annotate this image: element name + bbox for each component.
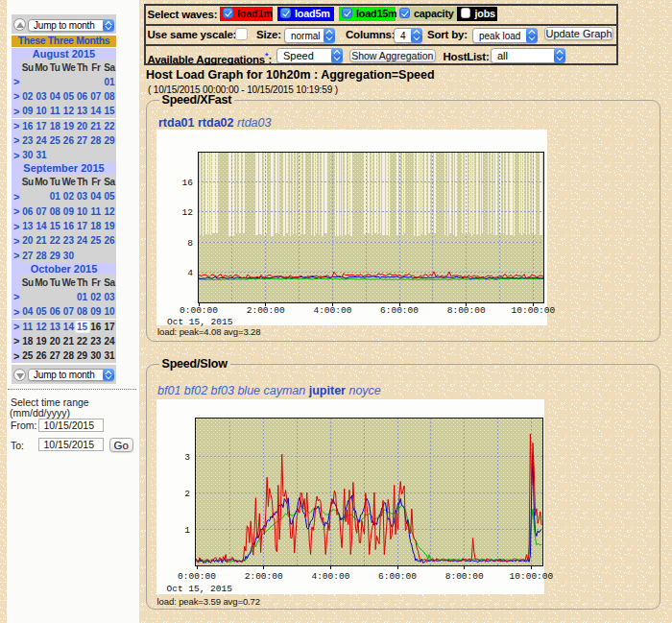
svg-text:8: 8 bbox=[187, 238, 193, 249]
svg-text:Oct 15, 2015: Oct 15, 2015 bbox=[167, 584, 233, 594]
svg-text:10:00:00: 10:00:00 bbox=[512, 305, 556, 316]
svg-text:0:00:00: 0:00:00 bbox=[180, 305, 218, 316]
svg-text:8:00:00: 8:00:00 bbox=[447, 305, 486, 316]
svg-text:16: 16 bbox=[182, 178, 194, 188]
svg-text:1: 1 bbox=[184, 525, 190, 536]
svg-text:0:00:00: 0:00:00 bbox=[178, 571, 216, 582]
svg-text:4:00:00: 4:00:00 bbox=[313, 305, 351, 316]
svg-text:8:00:00: 8:00:00 bbox=[445, 571, 484, 582]
svg-text:2: 2 bbox=[184, 489, 190, 499]
svg-text:4: 4 bbox=[187, 268, 193, 278]
svg-text:4:00:00: 4:00:00 bbox=[311, 571, 349, 582]
svg-text:6:00:00: 6:00:00 bbox=[380, 305, 419, 316]
svg-text:12: 12 bbox=[182, 207, 194, 218]
svg-text:3: 3 bbox=[184, 452, 190, 463]
svg-text:10:00:00: 10:00:00 bbox=[510, 571, 554, 582]
svg-text:6:00:00: 6:00:00 bbox=[378, 571, 417, 582]
svg-text:2:00:00: 2:00:00 bbox=[245, 571, 283, 582]
svg-text:2:00:00: 2:00:00 bbox=[247, 305, 285, 316]
